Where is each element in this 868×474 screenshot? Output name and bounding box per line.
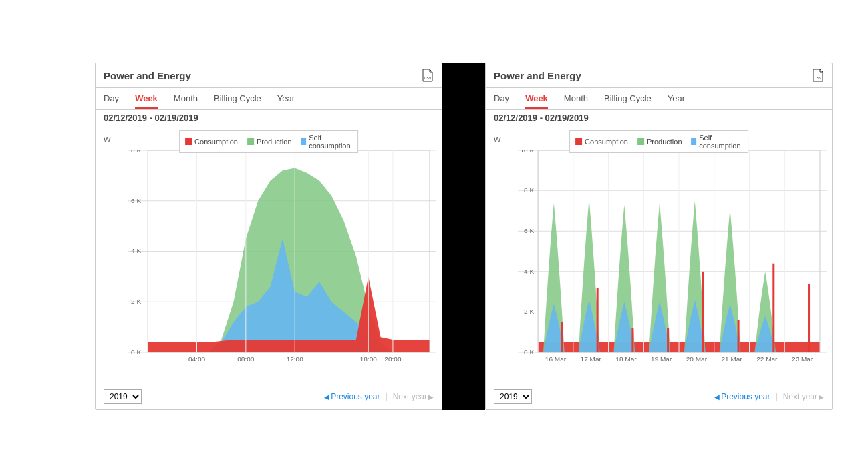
svg-text:4 K: 4 K xyxy=(524,268,535,275)
svg-rect-64 xyxy=(808,284,810,352)
panel-footer: 2019 ◀ Previous year | Next year ▶ xyxy=(96,384,442,409)
year-select[interactable]: 2019 xyxy=(494,389,532,404)
svg-text:0 K: 0 K xyxy=(131,348,142,356)
chart-area: W Consumption Production Self consumptio… xyxy=(486,126,832,384)
link-label: Next year xyxy=(393,392,427,401)
svg-text:20:00: 20:00 xyxy=(384,356,402,363)
separator: | xyxy=(386,392,388,401)
chart-plot: 0 K2 K4 K6 K8 K04:0008:0012:0018:0020:00 xyxy=(128,150,436,365)
tab-month[interactable]: Month xyxy=(564,93,588,109)
chart-legend: Consumption Production Self consumption xyxy=(179,130,358,153)
svg-rect-44 xyxy=(631,328,633,352)
svg-rect-63 xyxy=(784,342,820,352)
legend-self-consumption[interactable]: Self consumption xyxy=(301,134,352,150)
legend-self-consumption[interactable]: Self consumption xyxy=(692,134,742,150)
swatch-red-icon xyxy=(185,138,192,145)
panel-divider xyxy=(442,63,485,410)
panel-header: Power and Energy CSV xyxy=(486,63,832,88)
svg-text:20 Mar: 20 Mar xyxy=(686,356,708,363)
tab-billing-cycle[interactable]: Billing Cycle xyxy=(214,93,261,109)
svg-text:22 Mar: 22 Mar xyxy=(756,356,778,363)
tab-billing-cycle[interactable]: Billing Cycle xyxy=(604,93,652,109)
prev-year-link[interactable]: ◀ Previous year xyxy=(714,392,770,401)
panel-title: Power and Energy xyxy=(104,70,191,81)
chart-area: W Consumption Production Self consumptio… xyxy=(96,126,442,384)
legend-label: Consumption xyxy=(194,138,238,146)
swatch-blue-icon xyxy=(692,138,697,145)
triangle-right-icon: ▶ xyxy=(428,393,434,401)
date-range: 02/12/2019 - 02/19/2019 xyxy=(486,110,832,126)
link-label: Previous year xyxy=(721,392,770,401)
legend-production[interactable]: Production xyxy=(637,134,682,150)
svg-text:21 Mar: 21 Mar xyxy=(722,356,743,363)
svg-text:0 K: 0 K xyxy=(524,348,535,356)
panel-header: Power and Energy CSV xyxy=(96,63,442,88)
svg-text:19 Mar: 19 Mar xyxy=(651,356,672,363)
svg-text:18:00: 18:00 xyxy=(360,356,378,363)
export-csv-icon[interactable]: CSV xyxy=(812,69,824,82)
panel-footer: 2019 ◀ Previous year | Next year ▶ xyxy=(486,384,832,409)
tab-year[interactable]: Year xyxy=(277,93,295,109)
legend-consumption[interactable]: Consumption xyxy=(575,134,628,150)
svg-rect-36 xyxy=(561,322,563,352)
y-axis-label: W xyxy=(104,136,110,144)
year-nav: ◀ Previous year | Next year ▶ xyxy=(714,392,824,401)
triangle-right-icon: ▶ xyxy=(819,393,824,401)
tab-day[interactable]: Day xyxy=(494,93,509,109)
svg-rect-40 xyxy=(597,288,599,352)
svg-rect-60 xyxy=(772,264,774,352)
triangle-left-icon: ◀ xyxy=(714,393,720,401)
svg-text:2 K: 2 K xyxy=(524,308,535,316)
legend-label: Self consumption xyxy=(309,134,352,150)
panel-title: Power and Energy xyxy=(494,70,581,81)
year-select[interactable]: 2019 xyxy=(104,389,142,404)
svg-text:16 Mar: 16 Mar xyxy=(545,356,567,363)
power-energy-panel-left: Power and Energy CSV Day Week Month Bill… xyxy=(95,63,442,410)
svg-rect-56 xyxy=(738,320,740,352)
swatch-green-icon xyxy=(247,138,254,145)
legend-label: Self consumption xyxy=(699,134,742,150)
date-range: 02/12/2019 - 02/19/2019 xyxy=(96,110,442,126)
time-range-tabs: Day Week Month Billing Cycle Year xyxy=(486,88,832,110)
y-axis-label: W xyxy=(494,136,500,144)
tab-week[interactable]: Week xyxy=(525,93,548,109)
triangle-left-icon: ◀ xyxy=(324,393,329,401)
power-energy-panel-right: Power and Energy CSV Day Week Month Bill… xyxy=(485,63,833,410)
swatch-red-icon xyxy=(575,138,582,145)
svg-text:6 K: 6 K xyxy=(131,197,142,204)
tab-week[interactable]: Week xyxy=(135,93,158,109)
chart-plot: 0 K2 K4 K6 K8 K10 K16 Mar17 Mar18 Mar19 … xyxy=(518,150,827,365)
svg-text:CSV: CSV xyxy=(815,76,822,80)
prev-year-link[interactable]: ◀ Previous year xyxy=(324,392,380,401)
tab-month[interactable]: Month xyxy=(174,93,198,109)
swatch-blue-icon xyxy=(301,138,307,145)
link-label: Previous year xyxy=(331,392,380,401)
chart-legend: Consumption Production Self consumption xyxy=(569,130,748,153)
svg-text:6 K: 6 K xyxy=(524,227,535,234)
svg-text:4 K: 4 K xyxy=(131,248,142,255)
svg-text:10 K: 10 K xyxy=(520,150,534,154)
separator: | xyxy=(776,392,778,401)
time-range-tabs: Day Week Month Billing Cycle Year xyxy=(96,88,442,110)
legend-label: Production xyxy=(257,138,292,146)
svg-text:04:00: 04:00 xyxy=(188,356,206,363)
svg-text:08:00: 08:00 xyxy=(237,356,255,363)
svg-rect-52 xyxy=(702,272,704,352)
legend-label: Consumption xyxy=(585,138,628,146)
year-nav: ◀ Previous year | Next year ▶ xyxy=(324,392,434,401)
tab-year[interactable]: Year xyxy=(668,93,685,109)
svg-text:23 Mar: 23 Mar xyxy=(792,356,813,363)
svg-text:2 K: 2 K xyxy=(131,298,142,305)
svg-text:18 Mar: 18 Mar xyxy=(615,356,637,363)
svg-text:17 Mar: 17 Mar xyxy=(581,356,602,363)
svg-text:8 K: 8 K xyxy=(131,150,142,154)
legend-consumption[interactable]: Consumption xyxy=(185,134,238,150)
swatch-green-icon xyxy=(637,138,644,145)
next-year-link: Next year ▶ xyxy=(393,392,434,401)
legend-label: Production xyxy=(647,138,682,146)
legend-production[interactable]: Production xyxy=(247,134,292,150)
svg-text:CSV: CSV xyxy=(424,76,432,80)
export-csv-icon[interactable]: CSV xyxy=(422,69,434,82)
svg-text:12:00: 12:00 xyxy=(287,356,304,363)
tab-day[interactable]: Day xyxy=(104,93,119,109)
